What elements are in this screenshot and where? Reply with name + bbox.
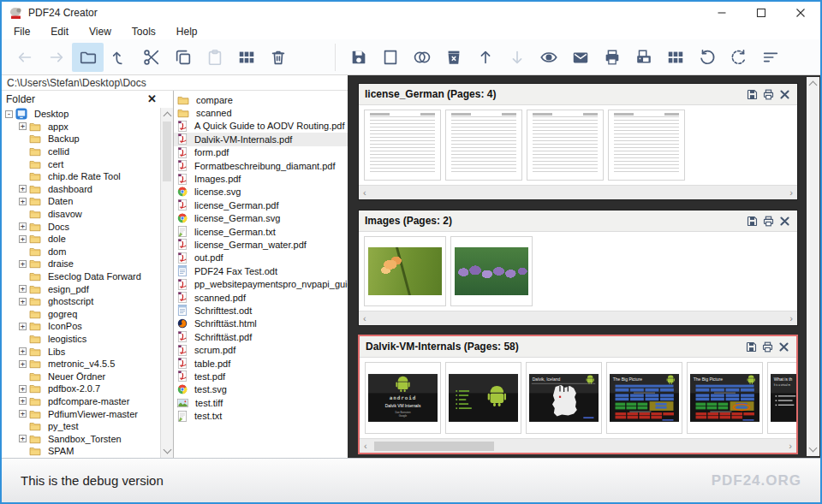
merge-icon[interactable] (406, 43, 438, 72)
tree-expander-icon[interactable]: + (19, 435, 27, 442)
file-item[interactable]: license_German.svg (174, 212, 348, 225)
save-icon[interactable] (746, 88, 759, 101)
file-item[interactable]: A Quick Guide to AODV Routing.pdf (174, 120, 348, 133)
address-bar[interactable]: C:\Users\Stefan\Desktop\Docs (2, 75, 348, 91)
file-item[interactable]: pp_websitepaymentspro_nvpapi_guid (174, 277, 348, 290)
minimize-button[interactable] (702, 2, 742, 24)
tree-expander-icon[interactable]: + (19, 323, 27, 330)
tree-expander-icon[interactable]: + (19, 235, 27, 243)
save-icon[interactable] (746, 215, 759, 228)
file-item[interactable]: test.svg (174, 383, 348, 396)
tree-item-dole[interactable]: +dole (2, 233, 161, 246)
tree-item-draise[interactable]: +draise (2, 258, 161, 270)
blank-page-icon[interactable] (374, 43, 406, 72)
scroll-up-icon[interactable] (164, 112, 172, 121)
print-icon[interactable] (596, 43, 628, 72)
slide-thumbnail[interactable]: The Big Picture (687, 362, 763, 434)
tree-vertical-scrollbar[interactable] (160, 108, 173, 458)
tree-expander-icon[interactable]: + (19, 260, 27, 268)
file-item[interactable]: scanned.pdf (174, 291, 348, 304)
tree-item-eseclog-data-forward[interactable]: Eseclog Data Forward (2, 270, 161, 283)
thumbnail-grid-icon[interactable] (230, 43, 262, 72)
tree-item-ghostscript[interactable]: +ghostscript (2, 295, 161, 308)
tree-item-metronic-v4-5-5[interactable]: +metronic_v4.5.5 (2, 358, 161, 371)
workspace-vertical-scrollbar[interactable] (807, 77, 819, 456)
tree-item-gogreq[interactable]: gogreq (2, 308, 161, 321)
close-icon[interactable] (778, 215, 791, 228)
tree-expander-icon[interactable]: + (19, 198, 27, 205)
file-item[interactable]: license_German.pdf (174, 199, 348, 211)
tree-expander-icon[interactable]: + (19, 397, 27, 405)
slide-thumbnail[interactable]: The Big Picture (606, 362, 682, 434)
file-item[interactable]: out.pdf (174, 252, 348, 264)
file-item[interactable]: Images.pdf (174, 172, 348, 185)
slide-thumbnail[interactable]: Dalvik, Iceland (526, 362, 602, 434)
file-item[interactable]: Dalvik-VM-Internals.pdf (174, 133, 348, 145)
tree-expander-icon[interactable]: + (19, 360, 27, 368)
horizontal-scrollbar[interactable]: ‹› (360, 438, 796, 453)
delete-page-icon[interactable] (438, 43, 469, 72)
file-item[interactable]: scrum.pdf (174, 343, 348, 356)
horizontal-scrollbar[interactable]: ‹› (359, 311, 797, 325)
tree-item-iconpos[interactable]: +IconPos (2, 320, 161, 333)
tree-item-disavow[interactable]: disavow (2, 208, 161, 221)
slide-thumbnail[interactable] (445, 362, 521, 434)
paste-icon[interactable] (199, 43, 230, 72)
tree-item-esign-pdf[interactable]: +esign_pdf (2, 282, 161, 295)
menu-item-help[interactable]: Help (166, 25, 208, 39)
scroll-left-icon[interactable]: ‹ (364, 442, 367, 451)
grid-view-icon[interactable] (659, 43, 691, 72)
tree-expander-icon[interactable]: + (19, 185, 27, 193)
slide-thumbnail[interactable]: androidDalvik VM InternalsDan BornsteinG… (365, 362, 441, 434)
page-thumbnail[interactable] (364, 110, 441, 181)
tree-item-libs[interactable]: +Libs (2, 345, 161, 358)
cut-icon[interactable] (135, 43, 167, 72)
file-item[interactable]: table.pdf (174, 357, 348, 370)
close-icon[interactable] (777, 341, 790, 353)
up-level-icon[interactable] (104, 43, 135, 72)
file-item[interactable]: test.tiff (174, 396, 348, 409)
tree-item-sandbox-torsten[interactable]: +Sandbox_Torsten (2, 432, 161, 445)
tree-item-dashboard[interactable]: +dashboard (2, 183, 161, 196)
forward-icon[interactable] (40, 43, 72, 72)
tree-expander-icon[interactable]: + (19, 285, 27, 293)
folder-panel-close-icon[interactable]: ✕ (147, 93, 169, 104)
tree-item-spam[interactable]: SPAM (2, 445, 161, 458)
preview-eye-icon[interactable] (533, 43, 564, 72)
scroll-right-icon[interactable]: › (789, 442, 792, 451)
file-item[interactable]: Schrifttäst.pdf (174, 330, 348, 343)
tree-item-cert[interactable]: cert (2, 157, 161, 170)
menu-item-file[interactable]: File (3, 25, 40, 39)
scroll-down-icon[interactable] (809, 444, 818, 453)
tree-item-cellid[interactable]: cellid (2, 145, 161, 158)
tree-item-pdfbox-2-0-7[interactable]: +pdfbox-2.0.7 (2, 382, 161, 395)
tree-item-leogistics[interactable]: leogistics (2, 333, 161, 346)
close-button[interactable] (781, 2, 820, 24)
file-item[interactable]: license_German.txt (174, 225, 348, 238)
tree-expander-icon[interactable]: - (5, 110, 13, 118)
tree-item-docs[interactable]: +Docs (2, 220, 161, 233)
tree-item-dom[interactable]: dom (2, 246, 161, 258)
file-item[interactable]: form.pdf (174, 146, 348, 159)
tree-item-neuer-rdner[interactable]: Neuer Ördner (2, 370, 161, 382)
back-icon[interactable] (9, 43, 40, 72)
menu-item-tools[interactable]: Tools (122, 25, 166, 39)
tree-item-desktop[interactable]: -Desktop (2, 108, 161, 121)
tree-item-py-test[interactable]: py_test (2, 420, 161, 433)
image-thumbnail[interactable] (450, 236, 533, 306)
save-icon[interactable] (342, 43, 374, 72)
email-icon[interactable] (564, 43, 596, 72)
scroll-left-icon[interactable]: ‹ (363, 188, 366, 198)
save-icon[interactable] (745, 341, 758, 353)
tree-expander-icon[interactable]: + (19, 385, 27, 393)
tree-item-appx[interactable]: +appx (2, 121, 161, 133)
file-item[interactable]: license.svg (174, 186, 348, 199)
tree-expander-icon[interactable]: + (19, 122, 27, 130)
image-thumbnail[interactable] (364, 236, 446, 306)
move-up-icon[interactable] (469, 43, 501, 72)
tree-item-backup[interactable]: Backup (2, 133, 161, 145)
slide-thumbnail[interactable]: What is thIt is a virtual m (767, 362, 796, 434)
tree-item-pdfiumviewer-master[interactable]: +PdfiumViewer-master (2, 407, 161, 420)
rotate-left-icon[interactable] (691, 43, 723, 72)
scroll-right-icon[interactable]: › (789, 188, 793, 198)
